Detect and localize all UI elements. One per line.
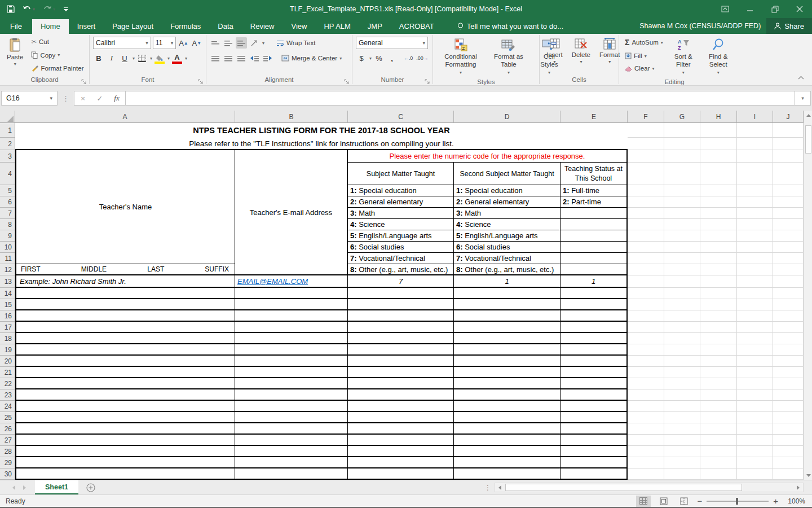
fill-color-button[interactable]	[154, 52, 165, 64]
zoom-level[interactable]: 100%	[784, 497, 805, 505]
cell-E26[interactable]	[561, 423, 628, 435]
cell-A17[interactable]	[15, 322, 235, 333]
cell-C28[interactable]	[348, 446, 454, 457]
cell-J9[interactable]	[773, 230, 804, 242]
row-header-11[interactable]: 11	[0, 253, 15, 264]
cell-I4[interactable]	[737, 163, 773, 185]
cell-status-code-row6[interactable]: 2: Part-time	[561, 196, 628, 208]
cell-I8[interactable]	[737, 219, 773, 230]
cell-J15[interactable]	[773, 299, 804, 310]
cell-D15[interactable]	[454, 299, 561, 310]
cell-I2[interactable]	[737, 138, 773, 150]
row-header-20[interactable]: 20	[0, 356, 15, 367]
cell-F21[interactable]	[628, 367, 664, 378]
paste-button[interactable]: Paste ▾	[3, 36, 27, 68]
cell-H8[interactable]	[700, 219, 737, 230]
sort-filter-button[interactable]: AZ Sort & Filter ▾	[668, 36, 699, 77]
zoom-slider[interactable]	[707, 501, 769, 502]
undo-button[interactable]: ▾	[23, 6, 35, 13]
ribbon-display-options-button[interactable]	[713, 0, 738, 18]
row-header-17[interactable]: 17	[0, 322, 15, 333]
cell-I15[interactable]	[737, 299, 773, 310]
row-header-9[interactable]: 9	[0, 230, 15, 242]
cell-I14[interactable]	[737, 288, 773, 299]
cell-B22[interactable]	[235, 378, 348, 389]
next-sheet-icon[interactable]	[23, 485, 26, 490]
cell-G4[interactable]	[664, 163, 700, 185]
cell-F9[interactable]	[628, 230, 664, 242]
cell-H28[interactable]	[700, 446, 737, 457]
cell-I20[interactable]	[737, 356, 773, 367]
cell-C18[interactable]	[348, 333, 454, 344]
cell-B28[interactable]	[235, 446, 348, 457]
cell-B18[interactable]	[235, 333, 348, 344]
cell-F28[interactable]	[628, 446, 664, 457]
cell-status-code-row11[interactable]	[561, 253, 628, 264]
cell-I11[interactable]	[737, 253, 773, 264]
number-format-combo[interactable]: General▾	[356, 37, 428, 49]
increase-indent-icon[interactable]	[262, 52, 273, 64]
cell-F19[interactable]	[628, 344, 664, 356]
cell-J4[interactable]	[773, 163, 804, 185]
cell-G1[interactable]	[664, 123, 700, 138]
cell-A25[interactable]	[15, 412, 235, 423]
italic-button[interactable]: I	[106, 52, 117, 64]
cell-J27[interactable]	[773, 435, 804, 446]
cell-H9[interactable]	[700, 230, 737, 242]
cut-button[interactable]: ✂Cut	[29, 37, 86, 46]
normal-view-icon[interactable]	[636, 496, 651, 507]
clear-button[interactable]: Clear▾	[623, 64, 665, 72]
cell-J11[interactable]	[773, 253, 804, 264]
cell-second-subject-code-5[interactable]: 5: English/Language arts	[454, 230, 561, 242]
cell-A28[interactable]	[15, 446, 235, 457]
cell-C17[interactable]	[348, 322, 454, 333]
cell-F30[interactable]	[628, 468, 664, 480]
cell-E14[interactable]	[561, 288, 628, 299]
cell-J24[interactable]	[773, 401, 804, 412]
cell-I12[interactable]	[737, 264, 773, 275]
cell-G17[interactable]	[664, 322, 700, 333]
cell-J2[interactable]	[773, 138, 804, 150]
cell-D16[interactable]	[454, 310, 561, 322]
cell-I27[interactable]	[737, 435, 773, 446]
cell-E16[interactable]	[561, 310, 628, 322]
cell-G16[interactable]	[664, 310, 700, 322]
cell-A21[interactable]	[15, 367, 235, 378]
cell-E30[interactable]	[561, 468, 628, 480]
cell-I18[interactable]	[737, 333, 773, 344]
row-header-7[interactable]: 7	[0, 208, 15, 219]
cell-D22[interactable]	[454, 378, 561, 389]
cell-J18[interactable]	[773, 333, 804, 344]
cell-J29[interactable]	[773, 457, 804, 468]
cell-G18[interactable]	[664, 333, 700, 344]
tab-formulas[interactable]: Formulas	[162, 19, 209, 34]
orientation-button[interactable]	[249, 37, 260, 49]
cell-F5[interactable]	[628, 185, 664, 196]
cell-J19[interactable]	[773, 344, 804, 356]
cell-B14[interactable]	[235, 288, 348, 299]
cell-G3[interactable]	[664, 150, 700, 163]
percent-style-button[interactable]: %	[373, 52, 385, 64]
align-bottom-icon[interactable]	[236, 37, 247, 49]
cell-subject-code-5[interactable]: 5: English/Language arts	[348, 230, 454, 242]
cell-E27[interactable]	[561, 435, 628, 446]
merge-center-button[interactable]: Merge & Center▾	[279, 54, 344, 62]
cell-I29[interactable]	[737, 457, 773, 468]
cell-C20[interactable]	[348, 356, 454, 367]
cell-J20[interactable]	[773, 356, 804, 367]
cell-F6[interactable]	[628, 196, 664, 208]
cell-example-email[interactable]: EMAIL@EMAIL.COM	[235, 275, 348, 288]
cell-A30[interactable]	[15, 468, 235, 480]
cell-H21[interactable]	[700, 367, 737, 378]
cell-I6[interactable]	[737, 196, 773, 208]
cell-E21[interactable]	[561, 367, 628, 378]
cell-I5[interactable]	[737, 185, 773, 196]
cell-I30[interactable]	[737, 468, 773, 480]
row-header-27[interactable]: 27	[0, 435, 15, 446]
align-right-icon[interactable]	[236, 52, 247, 64]
tab-acrobat[interactable]: ACROBAT	[391, 19, 443, 34]
cell-F18[interactable]	[628, 333, 664, 344]
formula-input[interactable]	[125, 91, 795, 106]
cell-J14[interactable]	[773, 288, 804, 299]
cell-A26[interactable]	[15, 423, 235, 435]
